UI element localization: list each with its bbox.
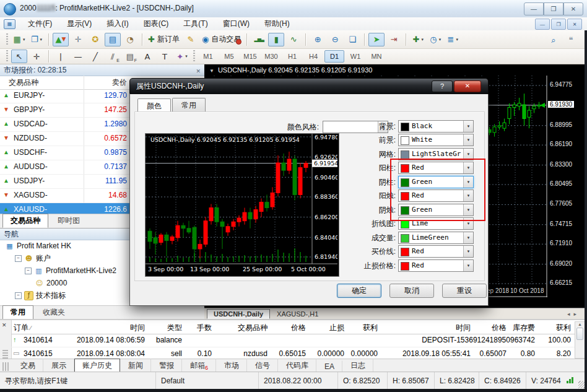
bar-down-color-select[interactable]: Green▼: [398, 176, 474, 188]
strategy-tester-button[interactable]: ◔: [122, 33, 138, 46]
data-window-button[interactable]: ✛: [70, 33, 86, 46]
restore-button[interactable]: ❐: [544, 2, 563, 15]
timeframe-m1[interactable]: M1: [198, 50, 218, 63]
autotrading-button[interactable]: ◉自动交易: [200, 33, 243, 46]
status-profile[interactable]: Default: [156, 372, 259, 390]
zoom-in-button[interactable]: ⊕: [310, 33, 326, 46]
tab-code-base[interactable]: 代码库: [278, 359, 316, 373]
tab-alerts[interactable]: 警报: [151, 359, 182, 373]
stop-levels-color-select[interactable]: Red▼: [398, 259, 474, 272]
terminal-row[interactable]: ↑34106142018.09.14 08:06:59balanceDEPOSI…: [11, 334, 576, 347]
chart-tab-usdcnh[interactable]: USDCNH-,Daily: [207, 309, 270, 319]
chevron-down-icon[interactable]: ▼: [463, 149, 473, 160]
column-1[interactable]: 时间: [68, 321, 149, 334]
horizontal-line-tool[interactable]: —: [70, 50, 86, 63]
child-restore-button[interactable]: ❐: [551, 19, 566, 30]
toolbar-grip[interactable]: [193, 50, 195, 63]
vertical-line-tool[interactable]: |: [53, 50, 69, 63]
fibonacci-tool[interactable]: ▤F: [122, 50, 138, 63]
column-5[interactable]: 价格: [271, 321, 310, 334]
volumes-color-select[interactable]: LimeGreen▼: [398, 232, 474, 244]
chevron-down-icon[interactable]: ▼: [463, 121, 473, 132]
terminal-scrollbar[interactable]: ▲: [575, 321, 585, 359]
chevron-down-icon[interactable]: ▼: [463, 162, 473, 173]
tab-trade[interactable]: 交易: [12, 359, 43, 373]
column-3[interactable]: 手数: [186, 321, 215, 334]
column-4[interactable]: 交易品种: [215, 321, 271, 334]
equidistant-channel-tool[interactable]: ⫽E: [105, 50, 121, 63]
ask-line-color-select[interactable]: Red▼: [398, 245, 474, 258]
tab-exposure[interactable]: 展示: [43, 359, 74, 373]
collapse-icon[interactable]: ▼: [209, 68, 214, 74]
column-11[interactable]: 获利: [539, 321, 575, 334]
background-color-select[interactable]: Black▼: [398, 120, 474, 133]
column-symbol[interactable]: 交易品种: [9, 77, 38, 88]
tree-expander-icon[interactable]: −: [25, 268, 32, 274]
grid-color-select[interactable]: LightSlateGr▼: [398, 148, 474, 160]
column-9[interactable]: 价格: [474, 321, 510, 334]
dialog-help-button[interactable]: ?: [432, 81, 453, 92]
timeframe-d1[interactable]: D1: [324, 50, 344, 63]
column-8[interactable]: 时间: [381, 321, 474, 334]
cancel-button[interactable]: 取消: [389, 284, 434, 298]
chart-candles-button[interactable]: ▮: [268, 33, 284, 46]
auto-scroll-toggle[interactable]: ➤: [368, 33, 385, 46]
child-minimize-button[interactable]: —: [535, 19, 550, 30]
terminal-toggle[interactable]: ▤: [105, 33, 121, 46]
dialog-close-button[interactable]: ✕: [454, 81, 481, 92]
search-button[interactable]: ⌕: [546, 33, 562, 46]
tab-account-history[interactable]: 账户历史: [74, 359, 120, 373]
label-tool[interactable]: T: [157, 50, 173, 63]
chevron-down-icon[interactable]: ▼: [463, 190, 473, 201]
scroll-left-icon[interactable]: ◂: [567, 311, 574, 317]
menu-window[interactable]: 窗口(W): [215, 17, 257, 30]
menu-charts[interactable]: 图表(C): [136, 17, 176, 30]
tab-tick-chart[interactable]: 即时图: [50, 214, 88, 228]
zoom-out-button[interactable]: ⊖: [327, 33, 343, 46]
navigator-toggle[interactable]: ✪: [87, 33, 103, 46]
market-watch-toggle[interactable]: ▲▼: [53, 33, 69, 46]
timeframe-m5[interactable]: M5: [219, 50, 239, 63]
chevron-down-icon[interactable]: ▼: [463, 232, 473, 243]
chart-shift-button[interactable]: ⇥: [386, 33, 402, 46]
ok-button[interactable]: 确定: [337, 284, 381, 298]
chevron-down-icon[interactable]: ▼: [463, 218, 473, 229]
bear-candle-color-select[interactable]: Green▼: [398, 204, 474, 216]
text-tool[interactable]: A: [139, 50, 155, 63]
templates-button[interactable]: ≣▾: [445, 33, 461, 46]
tile-windows-button[interactable]: ❏: [344, 33, 360, 46]
terminal-row[interactable]: ▭34106152018.09.14 08:08:04sell0.10nzdus…: [11, 347, 576, 359]
chart-tab-xagusd[interactable]: XAGUSD-,H1: [270, 309, 325, 319]
chevron-down-icon[interactable]: ▼: [463, 176, 473, 188]
chevron-down-icon[interactable]: ▼: [463, 204, 473, 216]
menu-help[interactable]: 帮助(H): [257, 17, 297, 30]
chevron-down-icon[interactable]: ▼: [463, 246, 473, 257]
new-chart-button[interactable]: ▦▾: [11, 33, 27, 46]
chevron-down-icon[interactable]: ▼: [463, 260, 473, 271]
toolbar-grip[interactable]: [6, 50, 8, 63]
periods-button[interactable]: ◷▾: [427, 33, 443, 46]
timeframe-m30[interactable]: M30: [261, 50, 281, 63]
tab-symbols[interactable]: 交易品种: [2, 214, 48, 228]
column-bid[interactable]: 卖价: [112, 77, 127, 88]
foreground-color-select[interactable]: White▼: [398, 134, 474, 146]
column-2[interactable]: 类型: [149, 321, 186, 334]
timeframe-w1[interactable]: W1: [346, 50, 365, 63]
reset-button[interactable]: 重设: [442, 284, 487, 298]
trendline-tool[interactable]: ╱: [87, 50, 103, 63]
tab-news[interactable]: 新闻: [120, 359, 151, 373]
scrollbar-thumb[interactable]: [576, 328, 583, 340]
tab-journal[interactable]: 日志: [342, 359, 373, 373]
tab-common[interactable]: 常用: [2, 305, 33, 320]
column-7[interactable]: 获利: [348, 321, 381, 334]
tree-expander-icon[interactable]: −: [15, 255, 22, 262]
cursor-tool[interactable]: ↖: [11, 50, 27, 63]
profiles-button[interactable]: ❐▾: [28, 33, 45, 46]
menu-file[interactable]: 文件(F): [20, 17, 59, 30]
chevron-down-icon[interactable]: ▼: [463, 134, 473, 146]
menu-tools[interactable]: 工具(T): [176, 17, 215, 30]
chart-line-button[interactable]: ∿: [285, 33, 302, 46]
minimize-button[interactable]: —: [524, 2, 544, 15]
line-chart-color-select[interactable]: Lime▼: [398, 217, 474, 230]
bull-candle-color-select[interactable]: Red▼: [398, 189, 474, 202]
